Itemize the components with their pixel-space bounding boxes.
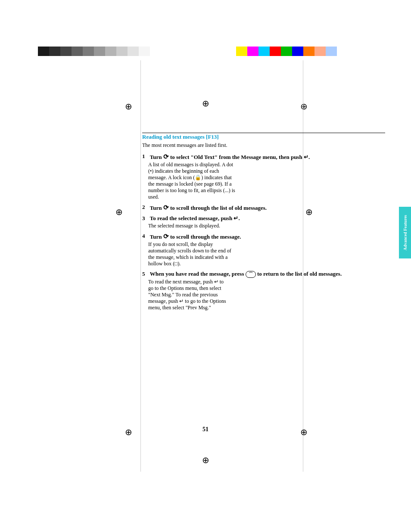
step-1-body: A list of old messages is displayed. A d… — [148, 162, 371, 200]
page-number: 51 — [202, 426, 209, 433]
top-center-crosshair: ⊕ — [202, 98, 209, 109]
step-5-heading-row: 5 When you have read the message, press … — [142, 271, 371, 278]
step-5-body: To read the next message, push ↵ to go t… — [148, 279, 371, 311]
color-swatch-green — [281, 47, 292, 56]
color-swatch-blue — [292, 47, 303, 56]
step-4-heading: Turn ⟳ to scroll through the message. — [150, 233, 241, 240]
intro-text: The most recent messages are listed firs… — [142, 142, 371, 149]
step-3-heading-row: 3 To read the selected message, push ↵. — [142, 215, 371, 222]
step-5: 5 When you have read the message, press … — [142, 271, 371, 311]
step-5-number: 5 — [142, 271, 145, 277]
left-margin-line — [140, 60, 141, 472]
top-left-crosshair: ⊕ — [125, 101, 132, 112]
right-crosshair: ⊕ — [305, 207, 313, 217]
color-swatch-yellow — [236, 47, 247, 56]
step-4-body: If you do not scroll, the display automa… — [148, 241, 371, 267]
gray-swatch-10 — [139, 47, 150, 56]
color-swatch-peach — [314, 47, 326, 56]
step-3-body: The selected message is displayed. — [148, 223, 371, 229]
main-content: Reading old text messages [F13] The most… — [142, 134, 396, 314]
section-title: Reading old text messages [F13] — [142, 134, 371, 140]
gray-swatch-4 — [72, 47, 83, 56]
color-swatch-cyan — [258, 47, 270, 56]
top-separator-line — [142, 133, 385, 133]
steps-list: 1 Turn ⟳ to select "Old Text" from the M… — [142, 153, 371, 311]
gray-swatch-9 — [128, 47, 139, 56]
color-bars — [0, 47, 411, 56]
color-swatch-orange — [303, 47, 314, 56]
gray-swatch-5 — [83, 47, 94, 56]
step-1: 1 Turn ⟳ to select "Old Text" from the M… — [142, 153, 371, 200]
step-3-number: 3 — [142, 215, 145, 222]
step-2-heading: Turn ⟳ to scroll through the list of old… — [150, 204, 267, 212]
color-swatch-lightblue — [326, 47, 337, 56]
gray-swatch-1 — [38, 47, 49, 56]
step-5-heading: When you have read the message, press ⌒ … — [150, 271, 342, 278]
color-swatch-magenta — [247, 47, 258, 56]
gray-swatch-6 — [94, 47, 105, 56]
gray-swatch-8 — [116, 47, 128, 56]
step-2-number: 2 — [142, 204, 145, 211]
bottom-left-crosshair: ⊕ — [125, 427, 132, 437]
color-swatch-red — [270, 47, 281, 56]
bottom-right-crosshair: ⊕ — [300, 427, 308, 437]
step-4-heading-row: 4 Turn ⟳ to scroll through the message. — [142, 233, 371, 240]
top-right-crosshair: ⊕ — [300, 101, 308, 112]
step-4: 4 Turn ⟳ to scroll through the message. … — [142, 233, 371, 267]
color-bar — [236, 47, 337, 56]
bottom-center-crosshair: ⊕ — [202, 455, 209, 465]
step-1-number: 1 — [142, 153, 145, 160]
gray-swatch-7 — [105, 47, 116, 56]
step-2-heading-row: 2 Turn ⟳ to scroll through the list of o… — [142, 204, 371, 212]
gray-swatch-3 — [60, 47, 72, 56]
advanced-features-tab: Advanced Features — [399, 207, 411, 258]
gray-bar — [38, 47, 150, 56]
back-button-icon: ⌒ — [246, 271, 256, 278]
step-3: 3 To read the selected message, push ↵. … — [142, 215, 371, 229]
step-1-heading-row: 1 Turn ⟳ to select "Old Text" from the M… — [142, 153, 371, 161]
side-tab-label: Advanced Features — [403, 215, 408, 250]
step-1-heading: Turn ⟳ to select "Old Text" from the Mes… — [150, 153, 310, 161]
gray-swatch-2 — [49, 47, 60, 56]
step-4-number: 4 — [142, 233, 145, 240]
left-crosshair: ⊕ — [115, 207, 123, 217]
step-2: 2 Turn ⟳ to scroll through the list of o… — [142, 204, 371, 212]
step-3-heading: To read the selected message, push ↵. — [150, 215, 240, 222]
